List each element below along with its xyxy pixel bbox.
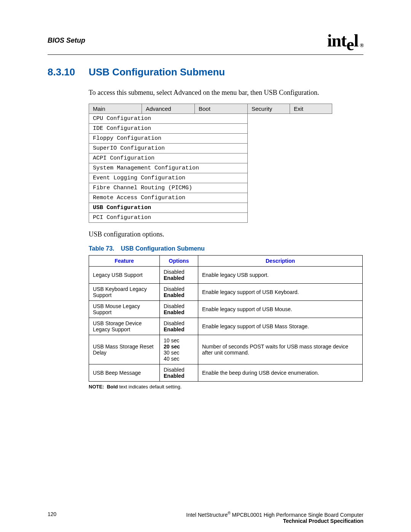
menu-item: USB Configuration bbox=[89, 203, 248, 213]
menu-item: CPU Configuration bbox=[89, 114, 248, 124]
col-options: Options bbox=[160, 256, 198, 267]
description-cell: Enable legacy USB support. bbox=[198, 267, 363, 284]
menu-item-row: IDE Configuration bbox=[89, 124, 332, 134]
note-label: NOTE: bbox=[89, 384, 104, 390]
option-value: Enabled bbox=[164, 373, 194, 379]
feature-cell: USB Storage Device Legacy Support bbox=[89, 318, 160, 335]
page-number: 120 bbox=[48, 511, 56, 517]
menu-item: System Management Configuration bbox=[89, 163, 248, 173]
description-cell: Enable legacy support of USB Mass Storag… bbox=[198, 318, 363, 335]
table-row: USB Keyboard Legacy SupportDisabledEnabl… bbox=[89, 284, 363, 301]
sub-text: USB configuration options. bbox=[89, 230, 363, 238]
option-value: 40 sec bbox=[164, 356, 194, 362]
footer-product: MPCBL0001 High Performance Single Board … bbox=[231, 512, 363, 518]
option-value: 10 sec bbox=[164, 337, 194, 343]
option-value: Enabled bbox=[164, 292, 194, 298]
table-row: USB Beep MessageDisabledEnabledEnable th… bbox=[89, 364, 363, 382]
section-heading: 8.3.10USB Configuration Submenu bbox=[48, 66, 363, 78]
option-value: Disabled bbox=[164, 320, 194, 326]
note-bold-word: Bold bbox=[107, 384, 118, 390]
menu-item: PCI Configuration bbox=[89, 213, 248, 223]
intel-logo: intel® bbox=[327, 30, 363, 51]
feature-cell: USB Keyboard Legacy Support bbox=[89, 284, 160, 301]
table-note: NOTE: Bold text indicates default settin… bbox=[89, 384, 363, 390]
menu-item: IDE Configuration bbox=[89, 124, 248, 134]
table-row: Legacy USB SupportDisabledEnabledEnable … bbox=[89, 267, 363, 284]
menu-item: Remote Access Configuration bbox=[89, 193, 248, 203]
caption-title: USB Configuration Submenu bbox=[121, 245, 204, 252]
option-value: Disabled bbox=[164, 367, 194, 373]
menu-tab: Main bbox=[89, 104, 142, 114]
menu-tab: Boot bbox=[195, 104, 248, 114]
menu-item-row: Floppy Configuration bbox=[89, 134, 332, 144]
menu-item: Event Logging Configuration bbox=[89, 173, 248, 183]
description-cell: Enable legacy support of USB Keyboard. bbox=[198, 284, 363, 301]
config-table: Feature Options Description Legacy USB S… bbox=[89, 255, 363, 382]
section-title: USB Configuration Submenu bbox=[89, 66, 225, 78]
menu-item-row: SuperIO Configuration bbox=[89, 144, 332, 153]
option-value: Enabled bbox=[164, 275, 194, 281]
table-header-row: Feature Options Description bbox=[89, 256, 363, 267]
footer-line1: Intel NetStructure® MPCBL0001 High Perfo… bbox=[186, 511, 363, 518]
page-header: BIOS Setup intel® bbox=[48, 30, 363, 51]
option-value: Disabled bbox=[164, 303, 194, 309]
feature-cell: Legacy USB Support bbox=[89, 267, 160, 284]
description-cell: Number of seconds POST waits for USB mas… bbox=[198, 335, 363, 364]
menu-item: Floppy Configuration bbox=[89, 134, 248, 144]
menu-tab-row: Main Advanced Boot Security Exit bbox=[89, 104, 332, 114]
option-value: 20 sec bbox=[164, 343, 194, 350]
caption-label: Table 73. bbox=[89, 245, 119, 252]
header-title: BIOS Setup bbox=[48, 37, 85, 45]
menu-tab: Exit bbox=[290, 104, 332, 114]
note-rest: text indicates default setting. bbox=[118, 384, 182, 390]
header-rule bbox=[48, 54, 363, 55]
menu-item-row: System Management Configuration bbox=[89, 163, 332, 173]
description-cell: Enable legacy support of USB Mouse. bbox=[198, 301, 363, 318]
menu-item-row: Fibre Channel Routing (PICMG) bbox=[89, 183, 332, 193]
menu-item-row: Remote Access Configuration bbox=[89, 193, 332, 203]
col-description: Description bbox=[198, 256, 363, 267]
options-cell: DisabledEnabled bbox=[160, 301, 198, 318]
table-caption: Table 73. USB Configuration Submenu bbox=[89, 245, 363, 252]
table-row: USB Mass Storage Reset Delay10 sec20 sec… bbox=[89, 335, 363, 364]
menu-item-row: ACPI Configuration bbox=[89, 153, 332, 163]
option-value: Disabled bbox=[164, 269, 194, 275]
footer-line2: Technical Product Specification bbox=[186, 518, 363, 524]
menu-item-row: USB Configuration bbox=[89, 203, 332, 213]
col-feature: Feature bbox=[89, 256, 160, 267]
menu-item-row: Event Logging Configuration bbox=[89, 173, 332, 183]
description-cell: Enable the beep during USB device enumer… bbox=[198, 364, 363, 382]
option-value: 30 sec bbox=[164, 350, 194, 356]
option-value: Disabled bbox=[164, 286, 194, 292]
page: BIOS Setup intel® 8.3.10USB Configuratio… bbox=[0, 0, 411, 532]
feature-cell: USB Beep Message bbox=[89, 364, 160, 382]
feature-cell: USB Mouse Legacy Support bbox=[89, 301, 160, 318]
footer-brand: Intel NetStructure bbox=[186, 512, 228, 518]
options-cell: 10 sec20 sec30 sec40 sec bbox=[160, 335, 198, 364]
options-cell: DisabledEnabled bbox=[160, 318, 198, 335]
options-cell: DisabledEnabled bbox=[160, 364, 198, 382]
option-value: Enabled bbox=[164, 326, 194, 332]
intro-text: To access this submenu, select Advanced … bbox=[89, 89, 363, 97]
menu-item: Fibre Channel Routing (PICMG) bbox=[89, 183, 248, 193]
menu-tab: Security bbox=[248, 104, 290, 114]
menu-tab: Advanced bbox=[142, 104, 195, 114]
table-row: USB Mouse Legacy SupportDisabledEnabledE… bbox=[89, 301, 363, 318]
reg-mark: ® bbox=[228, 511, 230, 515]
menu-item-row: PCI Configuration bbox=[89, 213, 332, 223]
menu-item-row: CPU Configuration bbox=[89, 114, 332, 124]
options-cell: DisabledEnabled bbox=[160, 284, 198, 301]
table-row: USB Storage Device Legacy SupportDisable… bbox=[89, 318, 363, 335]
section-number: 8.3.10 bbox=[48, 66, 89, 78]
menu-item: ACPI Configuration bbox=[89, 153, 248, 163]
bios-menu-table: Main Advanced Boot Security Exit CPU Con… bbox=[89, 104, 332, 223]
option-value: Enabled bbox=[164, 309, 194, 315]
menu-item: SuperIO Configuration bbox=[89, 144, 248, 153]
feature-cell: USB Mass Storage Reset Delay bbox=[89, 335, 160, 364]
options-cell: DisabledEnabled bbox=[160, 267, 198, 284]
